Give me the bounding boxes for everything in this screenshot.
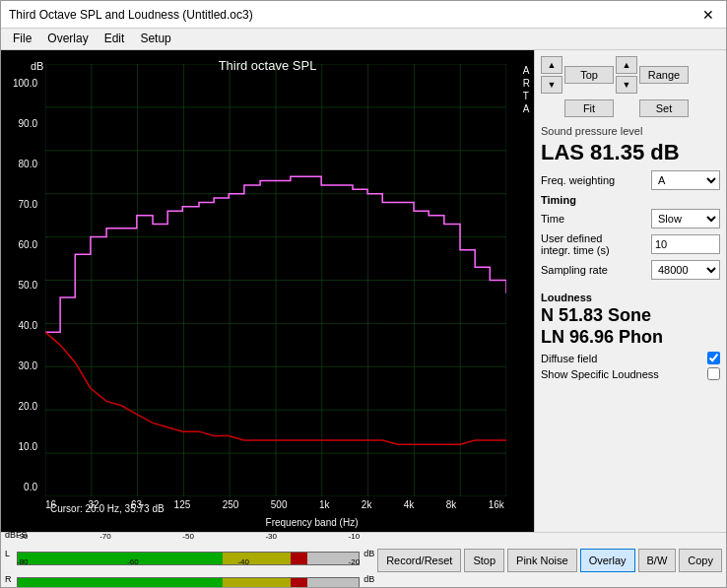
main-content: Third octave SPL 100.0 90.0 80.0 70.0 60… [1,50,726,532]
level-row-R: R -80 -60 -40 -20 dB [5,567,374,589]
user-integr-row: User definedintegr. time (s) 10 [541,232,720,256]
level-row-L: L -90 -70 -50 -30 -10 dB [5,542,374,565]
x-label-500: 500 [271,499,288,510]
spl-section-label: Sound pressure level [541,125,720,137]
nav-range-group: ▲ ▼ [616,56,637,94]
loudness-values: N 51.83 Sone LN 96.96 Phon [541,305,720,348]
y-label-100: 100.0 [13,78,37,89]
pink-noise-button[interactable]: Pink Noise [507,549,577,572]
main-window: Third Octave SPL and Loudness (Untitled.… [0,0,727,588]
cursor-info: Cursor: 20.0 Hz, 35.73 dB [50,503,165,514]
close-button[interactable]: ✕ [698,5,718,25]
x-label-2k: 2k [362,499,372,510]
window-title: Third Octave SPL and Loudness (Untitled.… [9,8,253,22]
y-label-0: 0.0 [24,482,37,492]
spl-value: LAS 81.35 dB [541,141,720,164]
range-up-button[interactable]: ▲ [616,56,637,74]
range-down-button[interactable]: ▼ [616,76,637,94]
y-label-50: 50.0 [19,280,37,291]
x-label-8k: 8k [446,499,457,510]
loudness-title: Loudness [541,292,720,303]
menu-file[interactable]: File [5,31,39,47]
level-bar-R [17,577,360,589]
y-label-70: 70.0 [19,199,37,210]
sampling-rate-row: Sampling rate 48000 44100 96000 [541,260,720,280]
time-row: Time Slow Fast Impulse [541,209,720,229]
chart-area: Third octave SPL 100.0 90.0 80.0 70.0 60… [1,50,534,532]
freq-label: Frequency band (Hz) [45,517,534,528]
menu-setup[interactable]: Setup [132,31,178,47]
x-label-1k: 1k [319,499,330,510]
menu-overlay[interactable]: Overlay [39,31,96,47]
diffuse-field-row: Diffuse field [541,352,720,364]
y-label-90: 90.0 [19,118,37,129]
channel-L-label: L [5,549,15,558]
right-panel: ▲ ▼ Top ▲ ▼ Range Fit Set Sound pressure… [534,50,726,532]
menu-edit[interactable]: Edit [97,31,133,47]
y-label-20: 20.0 [19,401,37,412]
y-label-10: 10.0 [19,441,37,452]
n-value: N 51.83 Sone [541,305,720,327]
menu-bar: File Overlay Edit Setup [1,29,726,50]
user-integr-label: User definedintegr. time (s) [541,232,610,256]
record-reset-button[interactable]: Record/Reset [377,549,461,572]
timing-title: Timing [541,194,720,206]
y-label-40: 40.0 [19,320,37,331]
nav-top-group: ▲ ▼ [541,56,562,94]
copy-button[interactable]: Copy [679,549,722,572]
y-label-80: 80.0 [19,159,37,169]
x-label-4k: 4k [404,499,415,510]
bottom-bar: dBFS L -90 -70 -50 -30 -10 dB [1,532,726,587]
freq-weighting-row: Freq. weighting A B C Z [541,170,720,190]
bottom-buttons: Record/Reset Stop Pink Noise Overlay B/W… [377,549,722,572]
y-label-30: 30.0 [19,360,37,371]
chart-title: Third octave SPL [1,54,534,75]
level-bar-L [17,552,360,565]
level-meters: dBFS L -90 -70 -50 -30 -10 dB [5,530,374,589]
db-label-L: dB [364,549,374,558]
x-label-250: 250 [223,499,239,510]
y-axis: 100.0 90.0 80.0 70.0 60.0 50.0 40.0 30.0… [1,78,40,492]
chart-canvas[interactable] [45,64,506,496]
user-integr-input[interactable]: 10 [651,234,720,254]
bw-button[interactable]: B/W [638,549,677,572]
nav-buttons: ▲ ▼ Top ▲ ▼ Range [541,56,720,94]
diffuse-field-checkbox[interactable] [707,352,720,364]
overlay-button[interactable]: Overlay [580,549,635,572]
nav-fit-row: Fit Set [541,99,720,117]
y-label-60: 60.0 [19,239,37,250]
timing-section: Timing Time Slow Fast Impulse User defin… [541,194,720,284]
sampling-rate-label: Sampling rate [541,264,608,276]
loudness-section: Loudness N 51.83 Sone LN 96.96 Phon Diff… [541,292,720,383]
ln-value: LN 96.96 Phon [541,327,720,349]
freq-weighting-dropdown[interactable]: A B C Z [651,170,720,190]
range-button[interactable]: Range [639,66,689,84]
db-label-R: dB [364,574,374,584]
show-specific-label: Show Specific Loudness [541,368,659,380]
channel-R-label: R [5,574,15,584]
x-label-125: 125 [174,499,191,510]
x-label-16k: 16k [489,499,504,510]
diffuse-field-label: Diffuse field [541,353,597,364]
title-bar: Third Octave SPL and Loudness (Untitled.… [1,1,726,29]
show-specific-row: Show Specific Loudness [541,367,720,380]
top-button[interactable]: Top [564,66,614,84]
stop-button[interactable]: Stop [464,549,504,572]
nav-down-button[interactable]: ▼ [541,76,562,94]
chart-wrapper: 100.0 90.0 80.0 70.0 60.0 50.0 40.0 30.0… [1,50,534,532]
time-dropdown[interactable]: Slow Fast Impulse [651,209,720,229]
nav-up-button[interactable]: ▲ [541,56,562,74]
time-label: Time [541,213,564,225]
set-button[interactable]: Set [639,99,689,117]
fit-button[interactable]: Fit [564,99,614,117]
show-specific-checkbox[interactable] [707,367,720,380]
sampling-rate-dropdown[interactable]: 48000 44100 96000 [651,260,720,280]
freq-weighting-label: Freq. weighting [541,174,615,186]
